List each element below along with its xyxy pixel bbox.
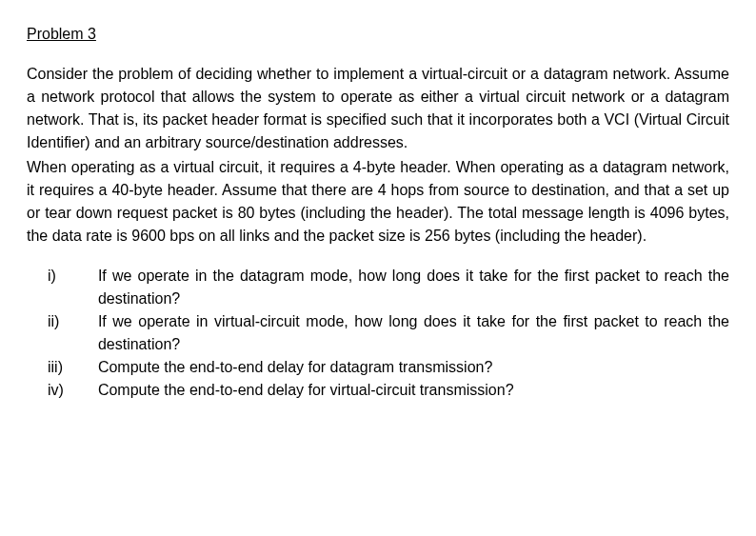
list-marker: iv) (27, 379, 98, 402)
problem-paragraph-1: Consider the problem of deciding whether… (27, 63, 729, 154)
list-text: If we operate in virtual-circuit mode, h… (98, 310, 729, 356)
list-item: ii) If we operate in virtual-circuit mod… (27, 310, 729, 356)
list-marker: iii) (27, 356, 98, 379)
list-text: Compute the end-to-end delay for virtual… (98, 379, 729, 402)
list-item: iv) Compute the end-to-end delay for vir… (27, 379, 729, 402)
list-item: iii) Compute the end-to-end delay for da… (27, 356, 729, 379)
list-marker: i) (27, 265, 98, 310)
list-marker: ii) (27, 310, 98, 356)
problem-title: Problem 3 (27, 23, 729, 46)
question-list: i) If we operate in the datagram mode, h… (27, 265, 729, 402)
list-text: Compute the end-to-end delay for datagra… (98, 356, 729, 379)
list-text: If we operate in the datagram mode, how … (98, 265, 729, 310)
problem-paragraph-2: When operating as a virtual circuit, it … (27, 156, 729, 248)
list-item: i) If we operate in the datagram mode, h… (27, 265, 729, 310)
